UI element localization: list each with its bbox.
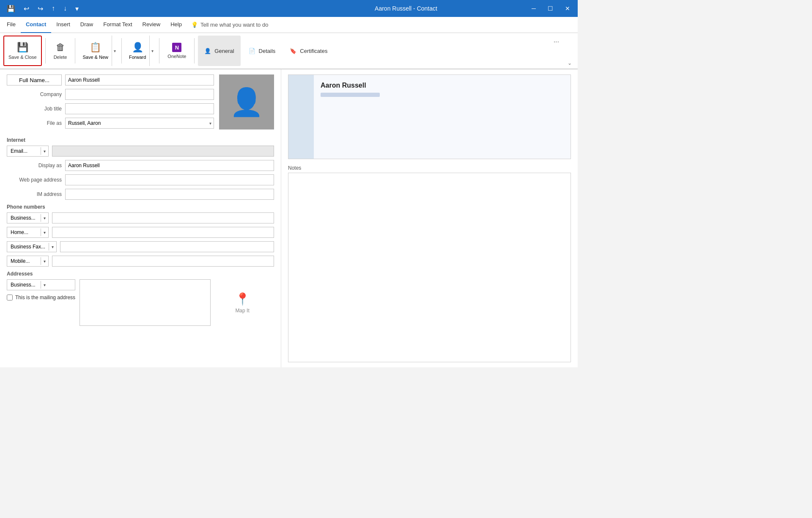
quick-access-dropdown[interactable]: ▾ xyxy=(73,4,81,14)
tab-certificates[interactable]: 🔖 Certificates xyxy=(283,36,334,66)
job-title-label: Job title xyxy=(7,106,62,112)
bizfax-label: Business Fax... xyxy=(7,243,49,251)
business-phone-btn[interactable]: Business... ▾ xyxy=(7,212,49,223)
menu-draw[interactable]: Draw xyxy=(75,17,98,33)
right-panel: Aaron Russell Notes xyxy=(281,69,578,367)
onenote-label: OneNote xyxy=(167,54,186,59)
company-label: Company xyxy=(7,91,62,97)
onenote-btn[interactable]: N OneNote xyxy=(163,36,191,66)
file-as-select[interactable]: Russell, Aaron xyxy=(65,118,214,129)
tell-me-box[interactable]: 💡 Tell me what you want to do xyxy=(191,22,268,28)
close-btn[interactable]: ✕ xyxy=(562,3,573,14)
redo-icon[interactable]: ↪ xyxy=(35,4,46,14)
mailing-checkbox[interactable] xyxy=(7,295,13,300)
job-title-input[interactable] xyxy=(65,103,214,114)
email-dropdown-arrow[interactable]: ▾ xyxy=(41,148,48,154)
menu-contact[interactable]: Contact xyxy=(21,17,51,33)
address-type-btn[interactable]: Business... ▾ xyxy=(7,279,75,290)
file-as-label: File as xyxy=(7,120,62,126)
home-phone-input[interactable] xyxy=(52,227,274,238)
company-row: Company xyxy=(7,89,214,100)
save-new-label: Save & New xyxy=(82,55,108,60)
full-name-row: Full Name... xyxy=(7,74,214,85)
save-new-arrow[interactable]: ▾ xyxy=(112,36,118,66)
email-input[interactable] xyxy=(52,146,274,157)
mobile-btn[interactable]: Mobile... ▾ xyxy=(7,256,49,267)
webpage-row: Web page address xyxy=(7,174,274,185)
card-body: Aaron Russell xyxy=(314,75,571,159)
job-title-row: Job title xyxy=(7,103,214,114)
full-name-btn[interactable]: Full Name... xyxy=(7,74,62,85)
bizfax-btn[interactable]: Business Fax... ▾ xyxy=(7,241,57,252)
home-arrow[interactable]: ▾ xyxy=(41,229,48,236)
forward-main[interactable]: 👤 Forward xyxy=(126,36,149,66)
lightbulb-icon: 💡 xyxy=(191,22,198,28)
ribbon-more-btn[interactable]: ··· xyxy=(550,36,562,47)
details-icon: 📄 xyxy=(249,48,255,54)
display-as-label: Display as xyxy=(7,163,62,168)
down-icon[interactable]: ↓ xyxy=(61,4,69,13)
delete-btn[interactable]: 🗑 Delete xyxy=(49,36,72,66)
business-phone-input[interactable] xyxy=(52,212,274,223)
card-name: Aaron Russell xyxy=(321,82,564,89)
bizfax-arrow[interactable]: ▾ xyxy=(49,244,56,250)
address-type-arrow[interactable]: ▾ xyxy=(41,282,48,288)
ribbon-sep-3 xyxy=(121,38,122,63)
notes-area[interactable] xyxy=(288,173,571,362)
display-as-input[interactable] xyxy=(65,160,274,171)
save-new-split-btn[interactable]: 📋 Save & New ▾ xyxy=(79,36,118,66)
business-arrow[interactable]: ▾ xyxy=(41,215,48,221)
title-bar: 💾 ↩ ↪ ↑ ↓ ▾ Aaron Russell - Contact ─ ☐ … xyxy=(0,0,578,17)
ribbon-sep-1 xyxy=(45,38,46,63)
forward-split-btn[interactable]: 👤 Forward ▾ xyxy=(125,36,156,66)
save-new-main[interactable]: 📋 Save & New xyxy=(79,36,112,66)
window-title: Aaron Russell - Contact xyxy=(375,5,437,12)
minimize-btn[interactable]: ─ xyxy=(528,3,539,14)
contact-photo[interactable]: 👤 xyxy=(219,74,274,130)
menu-format-text[interactable]: Format Text xyxy=(98,17,137,33)
business-phone-row: Business... ▾ xyxy=(7,212,274,223)
ribbon-collapse-btn[interactable]: ⌄ xyxy=(565,59,574,67)
tab-general[interactable]: 👤 General xyxy=(198,36,240,66)
address-row: Business... ▾ This is the mailing addres… xyxy=(7,279,274,326)
forward-icon: 👤 xyxy=(132,42,143,53)
map-icon: 📍 xyxy=(235,292,250,306)
undo-icon[interactable]: ↩ xyxy=(21,4,32,14)
display-as-row: Display as xyxy=(7,160,274,171)
menu-file[interactable]: File xyxy=(2,17,21,33)
mobile-input[interactable] xyxy=(52,256,274,267)
card-email-blur xyxy=(321,93,380,97)
home-btn-label: Home... xyxy=(7,229,41,236)
bizfax-input[interactable] xyxy=(60,241,274,252)
menu-help[interactable]: Help xyxy=(165,17,187,33)
email-dropdown-btn[interactable]: Email... ▾ xyxy=(7,146,49,157)
main-content: Full Name... Company Job title File as xyxy=(0,69,578,367)
email-btn-label: Email... xyxy=(7,147,41,155)
photo-area: Full Name... Company Job title File as xyxy=(7,74,274,132)
address-textarea[interactable] xyxy=(80,279,211,326)
form-panel: Full Name... Company Job title File as xyxy=(0,69,281,367)
delete-icon: 🗑 xyxy=(56,42,65,53)
general-icon: 👤 xyxy=(204,48,211,54)
ribbon-sep-2 xyxy=(75,38,75,63)
company-input[interactable] xyxy=(65,89,214,100)
up-icon[interactable]: ↑ xyxy=(49,4,58,13)
mobile-arrow[interactable]: ▾ xyxy=(41,258,48,265)
full-name-input[interactable] xyxy=(65,74,214,85)
address-left: Business... ▾ This is the mailing addres… xyxy=(7,279,75,300)
webpage-input[interactable] xyxy=(65,174,274,185)
save-close-label: Save & Close xyxy=(8,55,37,60)
map-it-btn[interactable]: 📍 Map It xyxy=(215,279,270,326)
save-icon[interactable]: 💾 xyxy=(4,4,18,14)
home-phone-btn[interactable]: Home... ▾ xyxy=(7,227,49,238)
save-close-btn[interactable]: 💾 Save & Close xyxy=(3,36,42,66)
phone-section-label: Phone numbers xyxy=(7,204,274,210)
menu-review[interactable]: Review xyxy=(137,17,166,33)
save-new-icon: 📋 xyxy=(90,42,101,53)
menu-insert[interactable]: Insert xyxy=(51,17,75,33)
title-bar-controls: ─ ☐ ✕ xyxy=(528,3,573,14)
forward-arrow[interactable]: ▾ xyxy=(149,36,155,66)
restore-btn[interactable]: ☐ xyxy=(544,3,557,14)
tab-details[interactable]: 📄 Details xyxy=(242,36,282,66)
im-input[interactable] xyxy=(65,189,274,200)
